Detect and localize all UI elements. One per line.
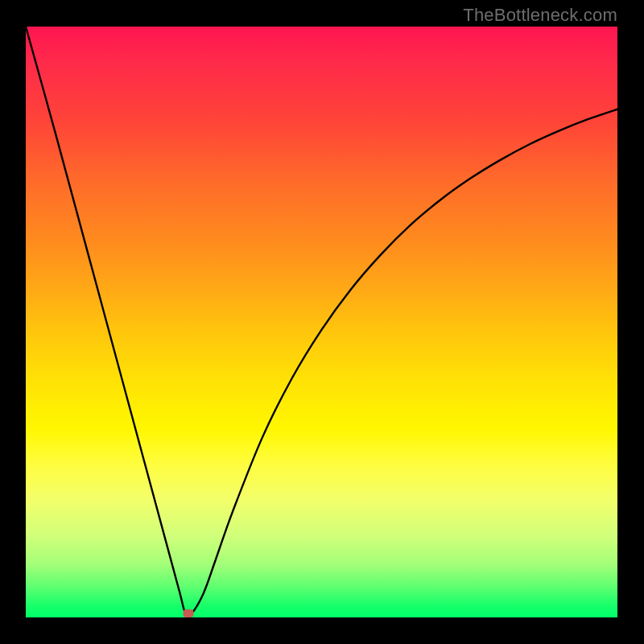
brand-watermark: TheBottleneck.com [463, 5, 617, 26]
optimum-marker [184, 609, 194, 617]
plot-area [26, 27, 617, 617]
bottleneck-curve [26, 27, 617, 617]
chart-frame: TheBottleneck.com [0, 0, 644, 644]
